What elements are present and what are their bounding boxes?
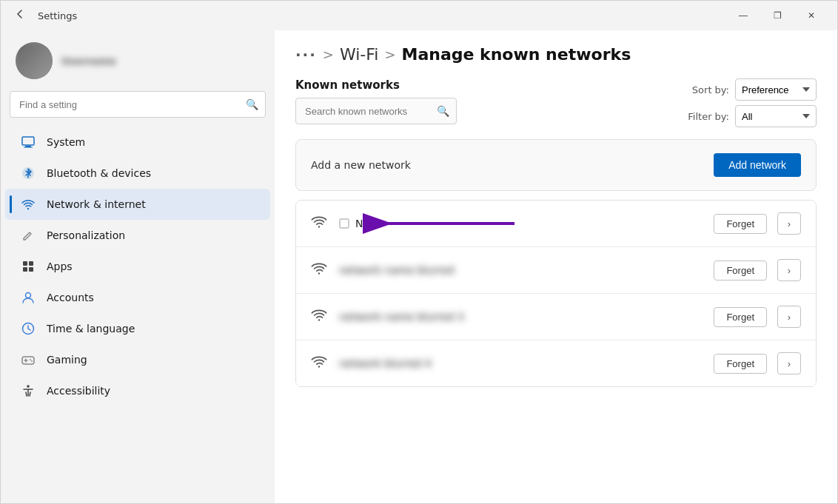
sidebar-search-container: 🔍 (10, 91, 266, 118)
left-controls: Known networks 🔍 (295, 78, 457, 124)
avatar (16, 42, 53, 79)
sort-row: Sort by: Preference Name Date (692, 78, 817, 101)
network-item-nkil: NKIL Forget › (296, 201, 816, 247)
wifi-icon-3 (311, 307, 327, 327)
svg-rect-8 (29, 267, 33, 272)
wifi-icon-4 (311, 354, 327, 374)
network-name-nkil: NKIL (339, 218, 714, 229)
personalization-icon (20, 227, 36, 243)
sidebar-item-accessibility[interactable]: Accessibility (5, 375, 270, 406)
svg-point-20 (318, 366, 320, 367)
svg-rect-0 (22, 137, 34, 145)
forget-button-4[interactable]: Forget (714, 354, 767, 374)
sidebar-item-system[interactable]: System (5, 127, 270, 158)
chevron-button-nkil[interactable]: › (777, 212, 801, 235)
find-setting-input[interactable] (10, 91, 266, 118)
bluetooth-icon (20, 165, 36, 181)
network-item-2: network name blurred Forget › (296, 247, 816, 294)
close-button[interactable]: ✕ (794, 4, 828, 27)
sort-label: Sort by: (692, 84, 729, 95)
main-layout: Username 🔍 System (1, 30, 837, 503)
time-label: Time & language (47, 323, 135, 335)
svg-point-13 (31, 360, 33, 362)
top-controls: Known networks 🔍 Sort by: Preference Nam… (295, 78, 817, 127)
chevron-button-3[interactable]: › (777, 306, 801, 328)
content-area: ··· > Wi-Fi > Manage known networks Know… (275, 30, 837, 503)
gaming-label: Gaming (47, 354, 87, 366)
minimize-button[interactable]: — (726, 4, 760, 27)
sort-filter-area: Sort by: Preference Name Date Filter by:… (688, 78, 817, 127)
svg-point-9 (26, 293, 31, 298)
add-network-button[interactable]: Add network (714, 153, 801, 177)
breadcrumb-sep-1: > (323, 47, 334, 62)
svg-point-4 (27, 208, 29, 209)
filter-row: Filter by: All Wi-Fi Ethernet (688, 105, 817, 127)
known-networks-search-container: 🔍 (295, 98, 457, 124)
accounts-icon (20, 289, 36, 306)
chevron-button-2[interactable]: › (777, 259, 801, 281)
system-label: System (47, 136, 85, 148)
gaming-icon (20, 352, 36, 368)
network-list: NKIL Forget › (295, 200, 817, 387)
svg-point-18 (318, 272, 320, 274)
window-controls: — ❐ ✕ (726, 4, 828, 27)
network-name-4: network blurred 4 (339, 357, 714, 369)
profile-section: Username (1, 30, 275, 91)
sidebar-nav: System Bluetooth & devices (1, 124, 275, 503)
titlebar: Settings — ❐ ✕ (1, 1, 837, 30)
svg-point-12 (30, 359, 31, 360)
network-item-4: network blurred 4 Forget › (296, 340, 816, 386)
breadcrumb-wifi[interactable]: Wi-Fi (340, 45, 379, 64)
sidebar-item-time[interactable]: Time & language (5, 313, 270, 344)
sidebar-item-apps[interactable]: Apps (5, 251, 270, 282)
forget-button-nkil[interactable]: Forget (714, 214, 767, 234)
search-known-networks-input[interactable] (295, 98, 457, 124)
profile-name: Username (61, 56, 116, 67)
sort-dropdown[interactable]: Preference Name Date (735, 78, 817, 101)
forget-button-3[interactable]: Forget (714, 307, 767, 327)
nkil-toggle[interactable] (339, 218, 349, 229)
maximize-button[interactable]: ❐ (760, 4, 794, 27)
svg-rect-6 (29, 261, 33, 266)
wifi-icon-2 (311, 261, 327, 280)
sidebar-item-gaming[interactable]: Gaming (5, 344, 270, 375)
network-label: Network & internet (47, 198, 146, 210)
network-icon (20, 196, 36, 212)
breadcrumb-sep-2: > (384, 47, 395, 62)
forget-button-2[interactable]: Forget (714, 261, 767, 280)
breadcrumb-current: Manage known networks (401, 45, 631, 64)
time-icon (20, 320, 36, 337)
known-networks-title: Known networks (295, 78, 457, 92)
breadcrumb: ··· > Wi-Fi > Manage known networks (295, 45, 817, 64)
filter-dropdown[interactable]: All Wi-Fi Ethernet (735, 105, 817, 127)
breadcrumb-dots: ··· (295, 46, 317, 64)
svg-point-14 (27, 385, 30, 388)
apps-label: Apps (47, 261, 73, 272)
svg-point-19 (318, 319, 320, 320)
svg-point-15 (318, 226, 320, 227)
network-name-3: network name blurred 3 (339, 311, 714, 323)
svg-rect-2 (24, 147, 33, 148)
add-network-card: Add a new network Add network (295, 139, 817, 191)
svg-rect-5 (23, 261, 27, 266)
system-icon (20, 134, 36, 150)
sidebar-item-accounts[interactable]: Accounts (5, 282, 270, 313)
sidebar-item-network[interactable]: Network & internet (5, 189, 270, 220)
network-name-2: network name blurred (339, 264, 714, 276)
accessibility-icon (20, 383, 36, 399)
svg-rect-7 (23, 267, 27, 272)
bluetooth-label: Bluetooth & devices (47, 167, 151, 179)
wifi-icon-nkil (311, 214, 327, 234)
filter-label: Filter by: (688, 111, 729, 122)
sidebar-item-personalization[interactable]: Personalization (5, 220, 270, 251)
chevron-button-4[interactable]: › (777, 352, 801, 374)
network-item-3: network name blurred 3 Forget › (296, 294, 816, 340)
window-title: Settings (38, 10, 726, 21)
sidebar-item-bluetooth[interactable]: Bluetooth & devices (5, 158, 270, 189)
back-button[interactable] (10, 5, 30, 26)
accounts-label: Accounts (47, 292, 94, 303)
accessibility-label: Accessibility (47, 385, 110, 397)
apps-icon (20, 258, 36, 275)
personalization-label: Personalization (47, 229, 125, 241)
add-network-label: Add a new network (311, 159, 411, 171)
